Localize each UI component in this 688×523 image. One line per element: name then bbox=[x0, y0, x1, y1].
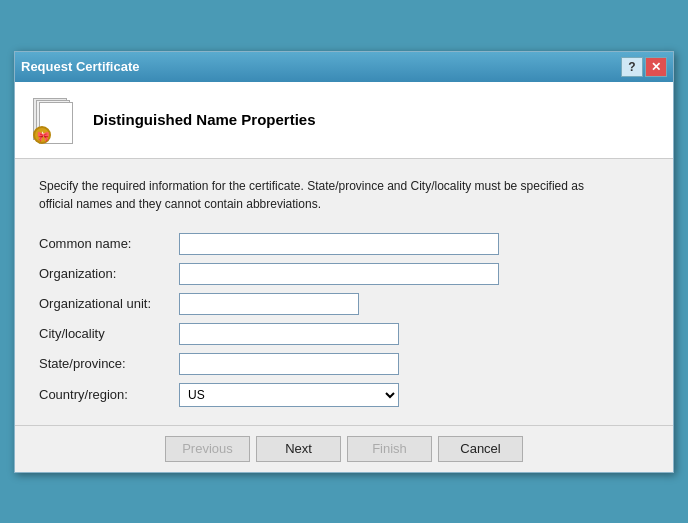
city-input[interactable] bbox=[179, 323, 399, 345]
form-grid: Common name: Organization: Organizationa… bbox=[39, 233, 559, 407]
org-unit-input[interactable] bbox=[179, 293, 359, 315]
cancel-button[interactable]: Cancel bbox=[438, 436, 523, 462]
state-input[interactable] bbox=[179, 353, 399, 375]
help-button[interactable]: ? bbox=[621, 57, 643, 77]
footer-section: Previous Next Finish Cancel bbox=[15, 425, 673, 472]
title-bar: Request Certificate ? ✕ bbox=[15, 52, 673, 82]
city-label: City/locality bbox=[39, 326, 179, 341]
country-label: Country/region: bbox=[39, 387, 179, 402]
title-bar-buttons: ? ✕ bbox=[621, 57, 667, 77]
organization-input[interactable] bbox=[179, 263, 499, 285]
header-section: ★ 🎀 Distinguished Name Properties bbox=[15, 82, 673, 159]
close-button[interactable]: ✕ bbox=[645, 57, 667, 77]
previous-button[interactable]: Previous bbox=[165, 436, 250, 462]
request-certificate-dialog: Request Certificate ? ✕ ★ 🎀 Distinguishe… bbox=[14, 51, 674, 473]
dialog-title: Request Certificate bbox=[21, 59, 139, 74]
content-section: Specify the required information for the… bbox=[15, 159, 673, 425]
section-title: Distinguished Name Properties bbox=[93, 111, 316, 128]
common-name-input[interactable] bbox=[179, 233, 499, 255]
certificate-icon: ★ 🎀 bbox=[31, 96, 79, 144]
org-unit-label: Organizational unit: bbox=[39, 296, 179, 311]
common-name-label: Common name: bbox=[39, 236, 179, 251]
description-text: Specify the required information for the… bbox=[39, 177, 619, 213]
state-label: State/province: bbox=[39, 356, 179, 371]
organization-label: Organization: bbox=[39, 266, 179, 281]
country-select[interactable]: ADAEAFAGAIALAMANAOAQARASATAUAWAZBABBBDBE… bbox=[179, 383, 399, 407]
cert-ribbon-icon: 🎀 bbox=[37, 131, 49, 142]
finish-button[interactable]: Finish bbox=[347, 436, 432, 462]
next-button[interactable]: Next bbox=[256, 436, 341, 462]
